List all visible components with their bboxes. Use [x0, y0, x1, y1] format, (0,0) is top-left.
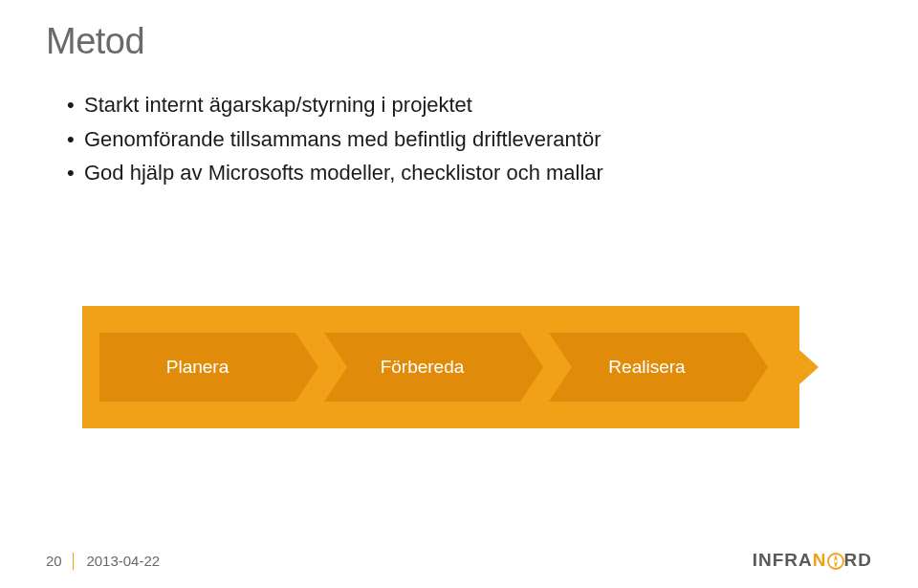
page-number: 20 [46, 553, 62, 569]
svg-marker-2 [834, 561, 838, 568]
process-step-label: Förbereda [381, 357, 465, 378]
footer-date: 2013-04-22 [86, 553, 160, 569]
logo-suffix: RD [844, 550, 872, 570]
logo-text: INFRANRD [753, 550, 872, 571]
page-title: Metod [0, 0, 918, 62]
arrow-right-icon [799, 350, 819, 384]
compass-icon [827, 553, 844, 570]
bullet-list: Starkt internt ägarskap/styrning i proje… [0, 62, 918, 187]
logo-prefix: INFRA [753, 550, 813, 570]
svg-marker-1 [834, 555, 838, 561]
logo-accent: N [813, 550, 827, 570]
footer: 20 │ 2013-04-22 INFRANRD [46, 550, 872, 571]
process-step-forbereda: Förbereda [324, 333, 520, 402]
footer-separator-icon: │ [70, 553, 78, 569]
chevron-notch-icon [324, 333, 347, 402]
process-step-realisera: Realisera [549, 333, 745, 402]
bullet-item: God hjälp av Microsofts modeller, checkl… [67, 159, 918, 187]
bullet-item: Genomförande tillsammans med befintlig d… [67, 125, 918, 154]
bullet-item: Starkt internt ägarskap/styrning i proje… [67, 91, 918, 120]
process-step-planera: Planera [99, 333, 295, 402]
process-strip: Planera Förbereda Realisera [82, 306, 799, 428]
process-step-label: Planera [166, 357, 230, 378]
process-step-label: Realisera [608, 357, 685, 378]
footer-page-date: 20 │ 2013-04-22 [46, 553, 160, 569]
chevron-notch-icon [549, 333, 572, 402]
logo-infranord: INFRANRD [753, 550, 872, 571]
